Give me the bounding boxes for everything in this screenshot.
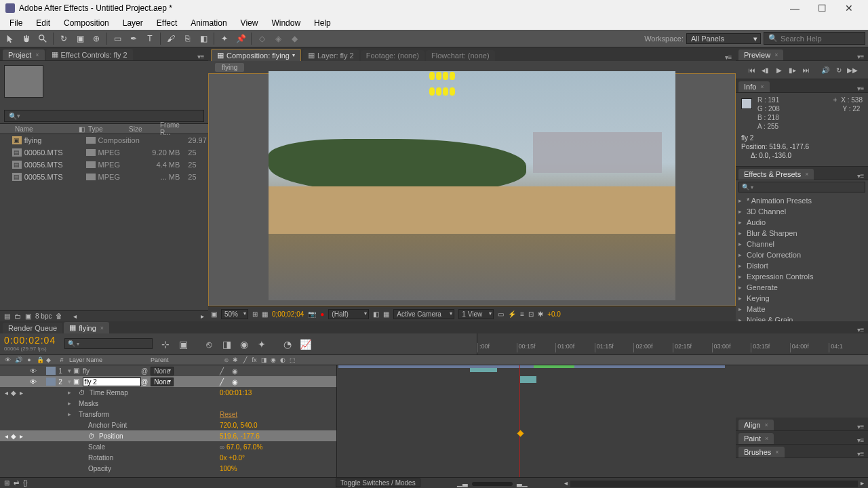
menu-effect[interactable]: Effect (150, 17, 184, 29)
effect-category[interactable]: ▸Blur & Sharpen (736, 228, 868, 239)
add-kf-icon[interactable]: ◆ (10, 432, 17, 440)
link-icon[interactable]: ∞ (220, 443, 224, 451)
menu-help[interactable]: Help (307, 17, 338, 29)
effect-category[interactable]: ▸Keying (736, 293, 868, 304)
twirl-icon[interactable]: ▸ (738, 230, 745, 237)
twirl-icon[interactable]: ▸ (65, 400, 73, 407)
close-icon[interactable]: × (35, 52, 39, 58)
panel-menu-icon[interactable]: ▾≡ (856, 450, 865, 458)
twirl-icon[interactable]: ▸ (738, 208, 745, 215)
interpret-footage-icon[interactable]: ▤ (4, 312, 10, 320)
prev-kf-icon[interactable]: ◂ (3, 389, 9, 396)
scroll-left-icon[interactable]: ◂ (564, 479, 568, 487)
zoom-out-icon[interactable]: ▁▃ (457, 479, 468, 487)
label-color[interactable] (46, 378, 56, 386)
property-value[interactable]: 0:00:01:13 (220, 389, 252, 396)
timeline-timecode[interactable]: 0:00:02:04 (4, 335, 60, 346)
effect-category[interactable]: ▸Distort (736, 260, 868, 271)
menu-edit[interactable]: Edit (29, 17, 57, 29)
selected-layer-overlay[interactable] (429, 71, 456, 102)
timeline-property-row[interactable]: Rotation0x +0.0° (0, 452, 336, 463)
channels-icon[interactable]: ● (320, 310, 324, 318)
effect-category[interactable]: ▸* Animation Presets (736, 195, 868, 206)
col-layer-name[interactable]: Layer Name (66, 357, 148, 363)
next-kf-icon[interactable]: ▸ (18, 389, 24, 396)
effect-category[interactable]: ▸Expression Controls (736, 271, 868, 282)
property-value[interactable]: 519.6, -177.6 (220, 432, 260, 440)
layer-bar-2[interactable] (520, 376, 536, 383)
panel-menu-icon[interactable]: ▾≡ (856, 326, 865, 333)
project-row[interactable]: ▣ flying Composition 29.97 (0, 134, 208, 146)
parent-dropdown[interactable]: None (151, 378, 174, 386)
always-preview-icon[interactable]: ▣ (211, 310, 217, 318)
panel-menu-icon[interactable]: ▾≡ (856, 423, 865, 430)
col-name[interactable]: Name (12, 125, 76, 133)
maximize-button[interactable]: ☐ (808, 0, 835, 16)
switch-motionblur-icon[interactable]: ◉ (269, 357, 278, 363)
project-row[interactable]: ▤ 00055.MTS MPEG ... MB 25 (0, 171, 208, 183)
panel-menu-icon[interactable]: ▾≡ (856, 53, 865, 60)
pixel-aspect-icon[interactable]: ▭ (498, 310, 504, 318)
layer-name[interactable]: fly (83, 367, 90, 375)
timeline-property-row[interactable]: ◂◆▸▸⏱Time Remap0:00:01:13 (0, 387, 336, 398)
grid-icon[interactable]: ⊞ (252, 310, 258, 318)
flowchart-icon[interactable]: ⊡ (528, 310, 534, 318)
tab-preview[interactable]: Preview× (738, 49, 783, 60)
mute-button[interactable]: 🔊 (819, 64, 831, 75)
property-value[interactable]: 720.0, 540.0 (220, 422, 258, 429)
effect-category[interactable]: ▸Matte (736, 304, 868, 314)
first-frame-button[interactable]: ⏮ (746, 64, 758, 75)
trash-icon[interactable]: 🗑 (56, 312, 62, 320)
pen-tool[interactable]: ✒ (126, 32, 141, 45)
panel-menu-icon[interactable]: ▾≡ (856, 436, 865, 444)
pickwhip-icon[interactable]: @ (141, 378, 148, 386)
col-parent[interactable]: Parent (148, 357, 221, 363)
twirl-icon[interactable]: ▸ (65, 389, 73, 396)
timeline-layer-row[interactable]: 👁2▾▣fly 2@None╱◉ (0, 376, 336, 387)
project-row[interactable]: ▤ 00056.MTS MPEG 4.4 MB 25 (0, 159, 208, 171)
twirl-icon[interactable]: ▸ (65, 411, 73, 418)
layer-bar-1[interactable] (338, 365, 725, 368)
switch-adjust-icon[interactable]: ◐ (278, 357, 288, 363)
composition-viewer[interactable] (208, 73, 736, 306)
prev-kf-icon[interactable]: ◂ (3, 432, 9, 440)
stopwatch-icon[interactable]: ⏱ (79, 389, 85, 396)
property-value[interactable]: Reset (220, 411, 237, 418)
tab-render-queue[interactable]: Render Queue (3, 323, 62, 333)
panel-menu-icon[interactable]: ▾≡ (856, 172, 865, 180)
menu-animation[interactable]: Animation (184, 17, 233, 29)
expand-icon[interactable]: ⊞ (4, 479, 9, 487)
frame-blend-icon[interactable]: ◨ (219, 337, 234, 352)
mask-icon[interactable]: ▦ (262, 310, 268, 318)
property-value[interactable]: 67.0, 67.0% (226, 443, 262, 451)
twirl-icon[interactable]: ▸ (738, 251, 745, 258)
draft3d-icon[interactable]: ▣ (176, 337, 191, 352)
add-kf-icon[interactable]: ◆ (10, 389, 17, 396)
parent-dropdown[interactable]: None (151, 367, 174, 375)
roi-icon[interactable]: ◧ (373, 310, 379, 318)
loop-button[interactable]: ↻ (833, 64, 845, 75)
brainstorm-icon[interactable]: ✦ (254, 337, 269, 352)
tab-flowchart[interactable]: Flowchart: (none) (426, 50, 495, 61)
last-frame-button[interactable]: ⏭ (800, 64, 812, 75)
search-help-input[interactable]: 🔍 Search Help (764, 32, 865, 45)
timeline-icon[interactable]: ≡ (520, 310, 524, 318)
col-type[interactable]: Type (85, 125, 126, 133)
tab-paint[interactable]: Paint× (738, 433, 774, 444)
view-dropdown[interactable]: 1 View (458, 309, 494, 319)
switch-quality[interactable]: ╱ (220, 378, 224, 386)
graph-editor-icon[interactable]: 📈 (298, 337, 313, 352)
exposure-reset-icon[interactable]: ✱ (538, 310, 543, 318)
switch-3d-icon[interactable]: ⬚ (288, 357, 297, 363)
twirl-icon[interactable]: ▸ (738, 273, 745, 280)
twirl-icon[interactable]: ▾ (65, 367, 73, 374)
tab-composition[interactable]: ▦ Composition: flying ▾ (211, 49, 301, 61)
col-lock-icon[interactable]: 🔒 (35, 357, 45, 363)
effect-category[interactable]: ▸Channel (736, 239, 868, 249)
menu-layer[interactable]: Layer (116, 17, 150, 29)
shy-icon[interactable]: ⎋ (201, 337, 216, 352)
fast-preview-icon[interactable]: ⚡ (508, 310, 516, 318)
snapshot-icon[interactable]: 📷 (308, 310, 316, 318)
magnification-dropdown[interactable]: 50% (221, 309, 248, 319)
h-scrollbar[interactable] (570, 481, 858, 487)
